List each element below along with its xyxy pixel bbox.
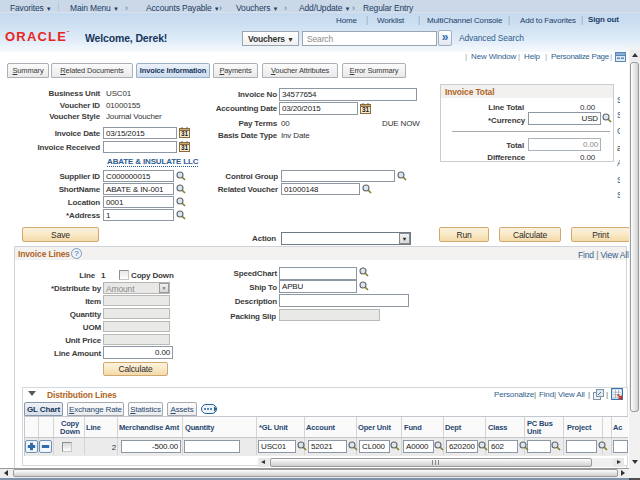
svg-text:31: 31 [181, 144, 188, 151]
svg-text:31: 31 [362, 106, 369, 113]
